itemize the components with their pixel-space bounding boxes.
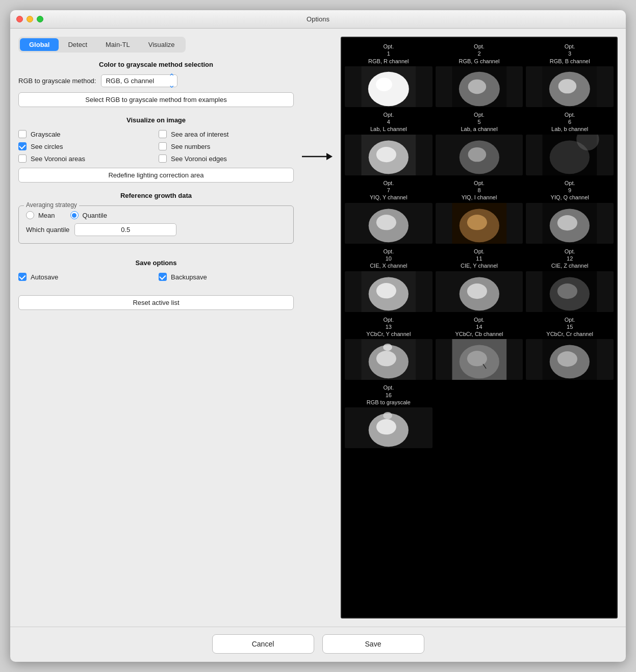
backupsave-label: Backupsave (171, 273, 207, 281)
checkbox-see-voronoi-areas: See Voronoi areas (18, 154, 154, 163)
tab-detect[interactable]: Detect (59, 38, 96, 51)
opt13-label: Opt.13YCbCr, Y channel (366, 316, 411, 338)
list-item: Opt.15YCbCr, Cr channel (526, 316, 614, 380)
window-title: Options (307, 15, 329, 23)
svg-point-7 (468, 80, 486, 94)
svg-point-10 (558, 79, 577, 93)
opt3-label: Opt.3RGB, B channel (550, 43, 590, 65)
tab-global[interactable]: Global (20, 38, 59, 51)
svg-point-48 (557, 351, 577, 367)
radio-quantile: Quantile (70, 211, 107, 219)
area-of-interest-checkbox[interactable] (159, 130, 167, 138)
opt10-label: Opt.10CIE, X channel (370, 248, 407, 270)
opt8-label: Opt.8YIQ, I channel (462, 179, 497, 201)
see-voronoi-edges-checkbox[interactable] (159, 154, 167, 163)
list-item: Opt.14YCbCr, Cb channel (436, 316, 523, 380)
svg-point-40 (376, 351, 396, 367)
svg-point-52 (383, 412, 392, 419)
see-voronoi-edges-label: See Voronoi edges (171, 155, 227, 163)
opt4-label: Opt.4Lab, L channel (370, 111, 407, 133)
opt16-label: Opt.16RGB to grayscale (367, 384, 411, 406)
list-item: Opt.11CIE, Y channel (436, 248, 523, 312)
mean-radio[interactable] (26, 211, 34, 219)
opt9-image (526, 203, 614, 244)
checkbox-see-numbers: See numbers (159, 142, 294, 150)
svg-point-31 (376, 283, 396, 298)
opt11-label: Opt.11CIE, Y channel (461, 248, 498, 270)
save-button[interactable]: Save (322, 634, 424, 654)
maximize-button[interactable] (37, 16, 43, 22)
opt15-label: Opt.15YCbCr, Cr channel (546, 316, 593, 338)
quantile-row: Which quantile (26, 223, 286, 236)
redefine-lighting-button[interactable]: Redefine lighting correction area (18, 168, 294, 183)
area-of-interest-label: See area of interest (171, 131, 228, 138)
grayscale-label: Grayscale (31, 131, 61, 138)
svg-point-4 (376, 77, 392, 91)
quantile-radio[interactable] (70, 211, 79, 219)
tab-main-tl[interactable]: Main-TL (96, 38, 139, 51)
list-item: Opt.10CIE, X channel (345, 248, 433, 312)
opt2-label: Opt.2RGB, G channel (459, 43, 499, 65)
see-circles-label: See circles (31, 143, 63, 150)
opt12-label: Opt.12CIE, Z channel (551, 248, 589, 270)
checkbox-area-of-interest: See area of interest (159, 130, 294, 138)
see-numbers-checkbox[interactable] (159, 142, 167, 150)
svg-point-51 (376, 419, 396, 434)
save-checkbox-grid: Autosave Backupsave (18, 273, 294, 281)
reset-active-list-button[interactable]: Reset active list (18, 295, 294, 310)
quantile-input[interactable] (74, 223, 176, 236)
cancel-button[interactable]: Cancel (212, 634, 314, 654)
svg-point-44 (467, 351, 487, 367)
close-button[interactable] (16, 16, 23, 22)
see-voronoi-areas-checkbox[interactable] (18, 154, 27, 163)
fieldset-legend: Averaging strategy (24, 201, 79, 209)
main-content: Global Detect Main-TL Visualize Color to… (10, 29, 626, 627)
opt14-image (436, 339, 523, 380)
opt9-label: Opt.9YIQ, Q channel (551, 179, 589, 201)
which-quantile-label: Which quantile (26, 226, 69, 234)
backupsave-checkbox[interactable] (159, 273, 167, 281)
opt11-image (436, 271, 523, 312)
svg-point-22 (376, 215, 396, 230)
visualize-section: Visualize on image Grayscale See area of… (18, 116, 294, 183)
checkbox-grid: Grayscale See area of interest See circl… (18, 130, 294, 163)
opt12-image (526, 271, 614, 312)
autosave-label: Autosave (31, 273, 58, 281)
list-item: Opt.5Lab, a channel (436, 111, 523, 175)
see-circles-checkbox[interactable] (18, 142, 27, 150)
grayscale-checkbox[interactable] (18, 130, 27, 138)
right-panel: Opt.1RGB, R channel Opt.2RGB, G channel (341, 37, 618, 618)
rgb-method-label: RGB to grayscale method: (18, 77, 96, 85)
radio-mean: Mean (26, 211, 55, 219)
list-item: Opt.12CIE, Z channel (526, 248, 614, 312)
checkbox-backupsave: Backupsave (159, 273, 294, 281)
color-grayscale-title: Color to grayscale method selection (18, 61, 294, 68)
svg-point-25 (467, 215, 487, 230)
list-item: Opt.16RGB to grayscale (345, 384, 433, 448)
opt1-image (345, 66, 433, 107)
arrow-icon (302, 149, 333, 164)
svg-point-13 (376, 147, 396, 162)
opt13-image (345, 339, 433, 380)
minimize-button[interactable] (27, 16, 33, 22)
opt8-image (436, 203, 523, 244)
rgb-method-row: RGB to grayscale method: RGB, R channel … (18, 74, 294, 87)
opt5-label: Opt.5Lab, a channel (461, 111, 497, 133)
traffic-lights (16, 16, 43, 22)
reference-growth-section: Reference growth data Averaging strategy… (18, 192, 294, 250)
tab-visualize[interactable]: Visualize (139, 38, 184, 51)
checkbox-see-voronoi-edges: See Voronoi edges (159, 154, 294, 163)
rgb-method-select[interactable]: RGB, R channel RGB, G channel RGB, B cha… (101, 74, 177, 87)
opt10-image (345, 271, 433, 312)
select-examples-button[interactable]: Select RGB to grayscale method from exam… (18, 92, 294, 107)
save-options-title: Save options (18, 259, 294, 267)
opt5-image (436, 135, 523, 175)
quantile-label: Quantile (83, 212, 107, 219)
autosave-checkbox[interactable] (18, 273, 27, 281)
opt7-image (345, 203, 433, 244)
opt2-image (436, 66, 523, 107)
opt1-label: Opt.1RGB, R channel (368, 43, 409, 65)
checkbox-see-circles: See circles (18, 142, 154, 150)
reset-section: Reset active list (18, 295, 294, 310)
mean-label: Mean (38, 212, 55, 219)
